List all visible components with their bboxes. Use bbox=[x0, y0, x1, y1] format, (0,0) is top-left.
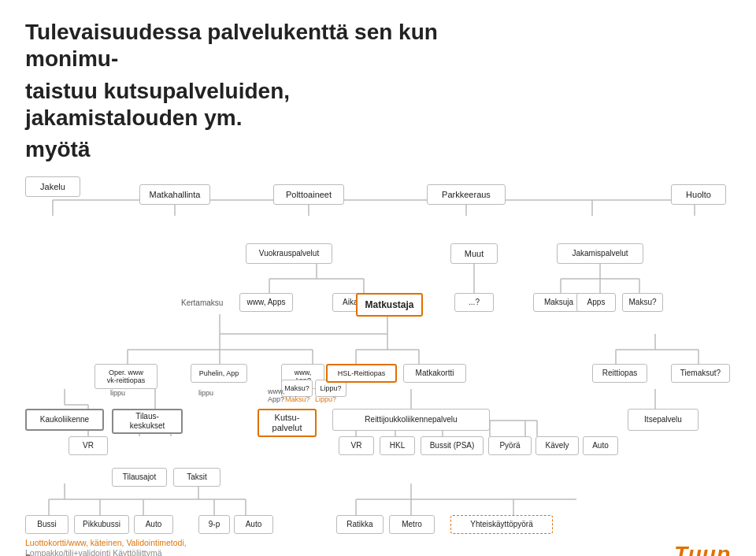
node-reittijoukkoliikenne: Reittijoukkoliikennepalvelu bbox=[332, 409, 490, 431]
node-matkakortti: Matkakortti bbox=[403, 364, 466, 383]
node-kavely: Kävely bbox=[536, 436, 579, 455]
node-metro: Metro bbox=[389, 515, 435, 534]
node-tilausajot: Tilausajot bbox=[112, 468, 167, 487]
kertamaksu-label: Kertamaksu bbox=[181, 298, 223, 307]
node-tilaus-keskukset: Tilaus- keskukset bbox=[112, 409, 183, 434]
node-kutsupalvelut: Kutsu- palvelut bbox=[258, 409, 317, 437]
maksu-label: Maksu? bbox=[285, 395, 310, 403]
node-jakelu: Jakelu bbox=[25, 176, 80, 197]
node-bussit-psa: Bussit (PSA) bbox=[421, 436, 484, 455]
node-kaukoliikenne: Kaukoliikenne bbox=[25, 409, 104, 431]
node-bussi: Bussi bbox=[25, 515, 69, 534]
lippu-label: lippu bbox=[110, 389, 125, 397]
node-auto2: Auto bbox=[583, 436, 618, 455]
node-pyora: Pyörä bbox=[488, 436, 532, 455]
footer-line2: Lompakko/tili+validointi Käyttöliittymä bbox=[25, 548, 187, 556]
title-line2: taistuu kutsupalveluiden, jakamistaloude… bbox=[25, 78, 466, 131]
footer-line1: Luottokortti/www, käteinen, Validointime… bbox=[25, 538, 187, 547]
node-jakamispalvelut: Jakamispalvelut bbox=[557, 243, 643, 264]
title-line1: Tulevaisuudessa palvelukenttä sen kun mo… bbox=[25, 19, 466, 72]
node-maksu2: Maksu? bbox=[622, 293, 663, 312]
www-label2: www,App? bbox=[268, 387, 285, 403]
node-yhteiskaytto: Yhteiskäyttöpyörä bbox=[450, 515, 553, 534]
node-itsepalvelu: Itsepalvelu bbox=[628, 409, 699, 431]
page: Tulevaisuudessa palvelukenttä sen kun mo… bbox=[0, 0, 756, 556]
node-apps: Apps bbox=[576, 293, 616, 312]
tuup-text: Tuup bbox=[674, 542, 731, 556]
node-vr2: VR bbox=[339, 436, 374, 455]
node-hkl: HKL bbox=[380, 436, 415, 455]
node-yhdeksan-p: 9-p bbox=[198, 515, 230, 534]
page-number: 3 bbox=[25, 552, 31, 556]
lippu3-label: lippu bbox=[198, 389, 213, 397]
node-pikkubussi: Pikkubussi bbox=[74, 515, 129, 534]
node-vuokrauspalvelut: Vuokrauspalvelut bbox=[246, 243, 332, 264]
node-matkustaja: Matkustaja bbox=[356, 293, 423, 317]
node-maksu: Maksu? bbox=[281, 380, 313, 397]
node-kolme-pistetta: ...? bbox=[454, 293, 494, 312]
node-muut: Muut bbox=[450, 243, 498, 264]
diagram: Jakelu Matkahallinta Polttoaineet Parkke… bbox=[25, 176, 734, 556]
node-matkahallinta: Matkahallinta bbox=[139, 184, 210, 205]
tuup-logo: Tuup bbox=[674, 542, 731, 556]
footer-orange1: Luottokortti/www, käteinen, Validointime… bbox=[25, 538, 187, 547]
node-huolto: Huolto bbox=[671, 184, 726, 205]
node-auto: Auto bbox=[134, 515, 173, 534]
node-taksit: Taksit bbox=[173, 468, 220, 487]
node-vr-left: VR bbox=[69, 436, 108, 455]
subtitle: myötä bbox=[25, 137, 731, 162]
lippu2-label: Lippu? bbox=[315, 395, 336, 403]
node-puhelin-app: Puhelin, App bbox=[191, 364, 247, 383]
node-hsl-reittiopas: HSL-Reittiopas bbox=[326, 364, 397, 383]
node-parkkeeraus: Parkkeeraus bbox=[427, 184, 506, 205]
footer-text: Luottokortti/www, käteinen, Validointime… bbox=[25, 538, 187, 556]
node-ratikka: Ratikka bbox=[336, 515, 384, 534]
node-www-apps: www, Apps bbox=[239, 293, 293, 312]
node-tiemaksut: Tiemaksut? bbox=[671, 364, 730, 383]
node-reittiopas: Reittiopas bbox=[592, 364, 647, 383]
node-oper-www: Oper. www vk-reittiopas bbox=[94, 364, 158, 389]
node-auto3: Auto bbox=[234, 515, 273, 534]
node-polttoaineet: Polttoaineet bbox=[273, 184, 344, 205]
